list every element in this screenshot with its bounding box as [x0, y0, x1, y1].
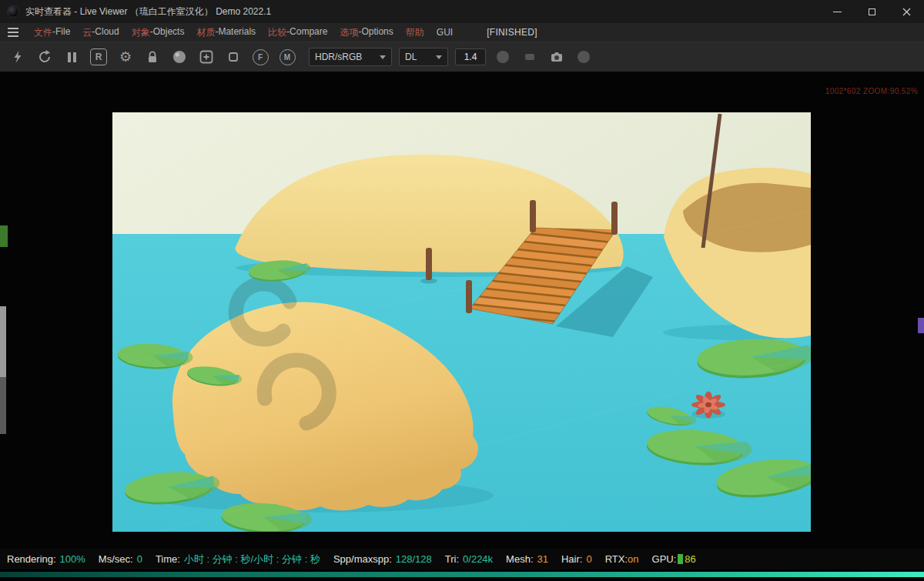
chevron-down-icon [436, 55, 442, 59]
pick-region-button[interactable] [223, 47, 243, 67]
small-box-icon [226, 49, 241, 65]
render-progress-bar [0, 572, 924, 577]
status-gpu: GPU:86 [652, 553, 696, 565]
progress-track [0, 569, 924, 581]
status-mesh: Mesh:31 [506, 553, 548, 565]
restart-render-button[interactable] [8, 47, 28, 67]
pause-icon [68, 52, 76, 62]
statusbar: Rendering:100% Ms/sec:0 Time:小时 : 分钟 : 秒… [0, 549, 924, 569]
gpu-usage-bar [678, 554, 683, 564]
lock-resolution-button[interactable] [142, 47, 162, 67]
menu-gui[interactable]: GUI [437, 27, 453, 38]
status-rtx: RTX:on [605, 553, 639, 565]
close-icon [902, 8, 911, 16]
exposure-input[interactable] [455, 48, 486, 65]
sphere-icon [172, 49, 187, 65]
close-button[interactable] [889, 0, 924, 23]
disabled-clay-icon [520, 47, 540, 67]
live-viewer-window: 实时查看器 - Live Viewer （琉白工作室汉化） Demo 2022.… [0, 0, 924, 581]
add-region-button[interactable] [196, 47, 216, 67]
settings-button[interactable]: ⚙ [116, 47, 136, 67]
titlebar: 实时查看器 - Live Viewer （琉白工作室汉化） Demo 2022.… [0, 0, 924, 23]
render-viewport[interactable]: 1002*602 ZOOM:90.52% [0, 72, 924, 549]
display-mode-dropdown[interactable]: HDR/sRGB [309, 48, 392, 66]
refresh-icon [37, 49, 52, 65]
material-picker-button[interactable]: M [277, 47, 297, 67]
menu-compare[interactable]: 比较 - Compare [268, 26, 327, 39]
menubar: 文件 - File 云 - Cloud 对象 - Objects 材质 - Ma… [0, 23, 924, 42]
island-scene [112, 112, 811, 532]
focus-picker-button[interactable]: F [250, 47, 270, 67]
chevron-down-icon [380, 55, 386, 59]
menu-file[interactable]: 文件 - File [34, 26, 70, 39]
region-render-button[interactable]: R [89, 47, 109, 67]
gear-icon: ⚙ [119, 50, 132, 64]
status-rendering: Rendering:100% [7, 553, 85, 565]
camera-icon [549, 49, 564, 65]
render-pass-dropdown[interactable]: DL [399, 48, 448, 66]
lightning-icon [10, 49, 25, 65]
render-finished-flag: [FINISHED] [487, 27, 537, 38]
window-title: 实时查看器 - Live Viewer （琉白工作室汉化） Demo 2022.… [25, 5, 271, 18]
preview-sphere-button[interactable] [169, 47, 189, 67]
menu-objects[interactable]: 对象 - Objects [132, 26, 185, 39]
rendered-image [112, 112, 811, 532]
menu-help[interactable]: 帮助 [406, 26, 424, 39]
status-time: Time:小时 : 分钟 : 秒/小时 : 分钟 : 秒 [156, 553, 320, 566]
minimize-button[interactable] [820, 0, 855, 23]
status-spp: Spp/maxspp:128/128 [333, 553, 432, 565]
menu-materials[interactable]: 材质 - Materials [196, 26, 256, 39]
resolution-zoom-overlay: 1002*602 ZOOM:90.52% [825, 87, 918, 95]
status-ms-sec: Ms/sec:0 [99, 553, 142, 565]
disabled-render-icon [574, 47, 594, 67]
toolbar: R ⚙ F M HDR/sRGB DL [0, 42, 924, 72]
background-app-sliver [0, 225, 8, 247]
camera-capture-button[interactable] [547, 47, 567, 67]
maximize-button[interactable] [855, 0, 889, 23]
minimize-icon [833, 12, 842, 12]
menu-cloud[interactable]: 云 - Cloud [82, 26, 119, 39]
refresh-render-button[interactable] [35, 47, 55, 67]
status-hair: Hair:0 [561, 553, 592, 565]
lotus-flower [691, 391, 725, 418]
background-app-sliver [918, 318, 924, 333]
octane-logo-icon [7, 5, 19, 18]
background-app-sliver [0, 377, 6, 434]
menu-options[interactable]: 选项 - Options [340, 26, 393, 39]
background-app-sliver [0, 306, 6, 377]
maximize-icon [869, 8, 875, 15]
lock-icon [145, 49, 160, 65]
status-tri: Tri:0/224k [445, 553, 493, 565]
pause-render-button[interactable] [62, 47, 82, 67]
disabled-sphere-icon [493, 47, 513, 67]
menu-hamburger-icon[interactable] [8, 28, 18, 37]
box-plus-icon [199, 49, 214, 65]
